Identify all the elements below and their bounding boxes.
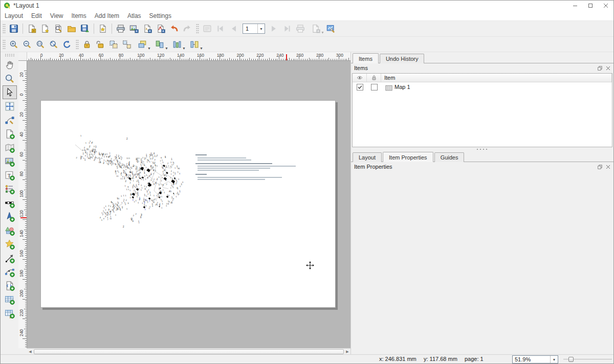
- edit-nodes-item-tool[interactable]: [3, 113, 17, 127]
- tab-undo-history[interactable]: Undo History: [380, 54, 425, 63]
- align-selected-items-button[interactable]: ▼: [151, 38, 168, 51]
- lock-checkbox[interactable]: [371, 84, 378, 90]
- dropdown-arrow-icon[interactable]: ▼: [321, 31, 324, 34]
- zoom-in-button[interactable]: [7, 38, 20, 51]
- unlock-all-items-button[interactable]: [94, 38, 107, 51]
- toolbar-grip[interactable]: [3, 24, 6, 34]
- tab-item-properties[interactable]: Item Properties: [383, 152, 433, 162]
- add-shape-tool[interactable]: [3, 223, 17, 237]
- menu-view[interactable]: View: [46, 11, 68, 20]
- add-page-tool[interactable]: [3, 127, 17, 141]
- horizontal-scrollbar[interactable]: ◀ ▶: [27, 348, 350, 354]
- float-panel-icon[interactable]: [597, 65, 603, 72]
- combo-dropdown-icon[interactable]: ▼: [550, 356, 558, 363]
- zoom-actual-100-button[interactable]: 1:1: [34, 38, 47, 51]
- ruler-tick: [261, 59, 261, 60]
- select-move-item-tool[interactable]: [3, 85, 17, 99]
- dropdown-arrow-icon[interactable]: ▼: [165, 47, 168, 50]
- menu-edit[interactable]: Edit: [27, 11, 46, 20]
- toolbar-grip[interactable]: [76, 39, 79, 50]
- undo-button[interactable]: [167, 22, 181, 35]
- tab-items[interactable]: Items: [353, 53, 379, 63]
- redo-button: [181, 22, 194, 35]
- duplicate-layout-button[interactable]: [25, 22, 38, 35]
- save-as-template-button[interactable]: [78, 22, 92, 35]
- refresh-view-button[interactable]: [60, 38, 74, 51]
- add-fixed-table-tool[interactable]: [3, 306, 17, 320]
- export-as-svg-button[interactable]: [141, 22, 154, 35]
- zoom-slider[interactable]: [563, 357, 612, 362]
- atlas-settings-button[interactable]: [324, 22, 338, 35]
- menu-add-item[interactable]: Add Item: [91, 11, 123, 20]
- layout-manager-button[interactable]: [52, 22, 65, 35]
- ruler-tick: [207, 59, 208, 60]
- export-as-pdf-button[interactable]: [154, 22, 167, 35]
- ruler-tick: [24, 71, 27, 71]
- scrollbar-thumb[interactable]: [34, 349, 344, 354]
- table-row[interactable]: Map 1: [353, 82, 612, 92]
- add-legend-tool[interactable]: [3, 182, 17, 196]
- close-button[interactable]: [598, 1, 613, 11]
- dropdown-arrow-icon[interactable]: ▼: [200, 47, 203, 50]
- menu-atlas[interactable]: Atlas: [123, 11, 145, 20]
- new-layout-button[interactable]: [38, 22, 52, 35]
- menu-settings[interactable]: Settings: [145, 11, 176, 20]
- ruler-tick: [126, 59, 126, 60]
- menu-items[interactable]: Items: [68, 11, 91, 20]
- save-project-button[interactable]: [7, 22, 20, 35]
- add-items-from-template-button[interactable]: [65, 22, 78, 35]
- visibility-checkbox[interactable]: [357, 84, 363, 90]
- add-html-frame-tool[interactable]: [3, 279, 17, 292]
- ruler-tick: [225, 59, 226, 60]
- ruler-tick: [275, 59, 276, 60]
- label-text-line: [198, 160, 251, 161]
- maximize-button[interactable]: [583, 1, 598, 11]
- pan-layout-tool[interactable]: [3, 58, 17, 72]
- raise-selected-items-button[interactable]: ▼: [134, 38, 151, 51]
- move-item-content-tool[interactable]: [3, 99, 17, 113]
- layout-viewport[interactable]: 2111116122113261721181121111111131711232…: [27, 61, 350, 348]
- toolbar-grip[interactable]: [196, 24, 199, 34]
- print-layout-button[interactable]: [114, 22, 127, 35]
- close-panel-icon[interactable]: [605, 65, 611, 72]
- add-north-arrow-tool[interactable]: [3, 210, 17, 223]
- zoom-out-button[interactable]: [20, 38, 34, 51]
- add-picture-tool[interactable]: [3, 154, 17, 168]
- label-item[interactable]: [41, 101, 336, 308]
- zoom-slider-handle[interactable]: [568, 357, 574, 362]
- close-panel-icon[interactable]: [605, 164, 611, 170]
- add-pages-button[interactable]: [96, 22, 109, 35]
- resize-items-button[interactable]: ▼: [186, 38, 203, 51]
- dropdown-arrow-icon[interactable]: ▼: [182, 47, 186, 50]
- add-label-tool[interactable]: T: [3, 168, 17, 182]
- ungroup-items-button[interactable]: [120, 38, 134, 51]
- atlas-page-spinbox[interactable]: 1▼: [243, 24, 265, 34]
- visibility-column-eye-icon: [353, 74, 367, 82]
- zoom-full-extent-button[interactable]: [47, 38, 60, 51]
- toolbar-grip[interactable]: [5, 54, 15, 57]
- spinbox-dropdown-icon[interactable]: ▼: [257, 24, 265, 33]
- add-marker-tool[interactable]: [3, 237, 17, 251]
- scroll-left-icon[interactable]: ◀: [27, 349, 33, 355]
- add-attribute-table-tool[interactable]: [3, 292, 17, 306]
- float-panel-icon[interactable]: [597, 164, 603, 170]
- dropdown-arrow-icon[interactable]: ▼: [147, 47, 151, 50]
- minimize-button[interactable]: [567, 1, 583, 11]
- add-arrow-tool[interactable]: [3, 251, 17, 265]
- tab-guides[interactable]: Guides: [434, 152, 465, 162]
- menu-layout[interactable]: Layout: [1, 11, 27, 20]
- export-as-image-button[interactable]: [127, 22, 141, 35]
- lock-selected-items-button[interactable]: [80, 38, 94, 51]
- zoom-tool-tool[interactable]: [3, 72, 17, 85]
- layout-page[interactable]: 2111116122113261721181121111111131711232…: [40, 100, 336, 308]
- add-node-item-tool[interactable]: [3, 265, 17, 279]
- add-map-tool[interactable]: [3, 141, 17, 154]
- group-items-button[interactable]: [107, 38, 120, 51]
- panel-splitter[interactable]: [351, 147, 613, 151]
- toolbar-grip[interactable]: [3, 39, 6, 50]
- tab-layout[interactable]: Layout: [353, 152, 382, 162]
- add-scale-bar-tool[interactable]: [3, 196, 17, 210]
- scroll-right-icon[interactable]: ▶: [344, 349, 350, 355]
- distribute-items-button[interactable]: ▼: [168, 38, 186, 51]
- zoom-level-combobox[interactable]: 51.9% ▼: [512, 355, 558, 363]
